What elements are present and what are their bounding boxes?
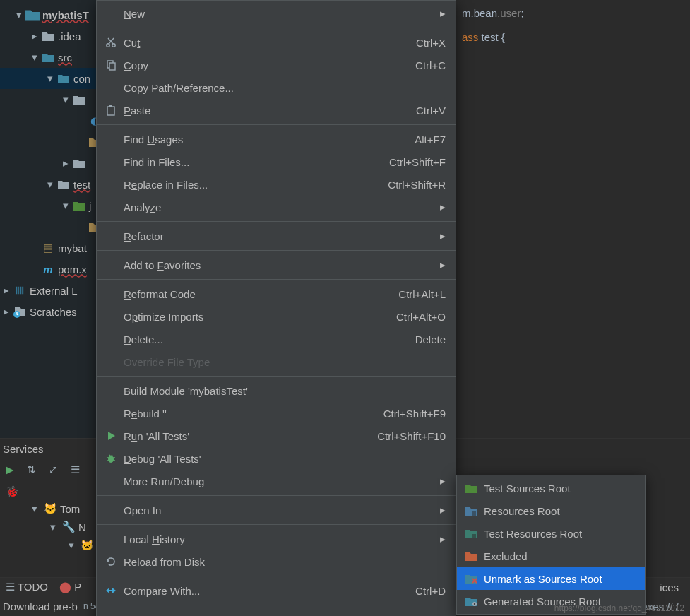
blank-icon bbox=[102, 287, 119, 301]
menu-item-copy[interactable]: CopyCtrl+C bbox=[97, 54, 456, 76]
menu-item-cut[interactable]: CutCtrl+X bbox=[97, 31, 456, 54]
chevron-right-icon: ▸ bbox=[440, 201, 446, 213]
folder-icon bbox=[72, 93, 86, 107]
submenu-item-resources-root[interactable]: Resources Root bbox=[457, 499, 645, 522]
menu-item-reformat-code[interactable]: Reformat CodeCtrl+Alt+L bbox=[97, 283, 456, 305]
blank-icon bbox=[102, 384, 119, 398]
blank-icon bbox=[102, 81, 119, 95]
code-editor[interactable]: m.bean.user; ass test { bbox=[459, 0, 690, 438]
menu-item-local-history[interactable]: Local History▸ bbox=[97, 528, 456, 550]
folder-icon bbox=[41, 50, 55, 64]
expand-icon[interactable]: ⤢ bbox=[49, 463, 58, 476]
code: m bbox=[462, 7, 471, 19]
menu-label: Open Module Settings bbox=[124, 614, 412, 617]
blank-icon bbox=[102, 132, 119, 146]
todo-tab[interactable]: ☰ TODO bbox=[6, 581, 48, 593]
menu-item-open-module-settings[interactable]: Open Module SettingsF4 bbox=[97, 608, 456, 616]
label: Tom bbox=[60, 503, 80, 515]
menu-label: Reformat Code bbox=[124, 288, 377, 300]
menu-item-find-in-files[interactable]: Find in Files...Ctrl+Shift+F bbox=[97, 150, 456, 173]
debug-icon[interactable]: 🐞 bbox=[6, 485, 19, 498]
more-icon[interactable]: ☰ bbox=[71, 463, 80, 476]
chevron-down-icon[interactable]: ▾ bbox=[44, 72, 56, 85]
menu-item-find-usages[interactable]: Find UsagesAlt+F7 bbox=[97, 128, 456, 150]
blank-icon bbox=[102, 177, 119, 191]
shortcut: Ctrl+D bbox=[415, 585, 446, 597]
chevron-down-icon[interactable]: ▾ bbox=[59, 93, 72, 106]
folder-gear-icon bbox=[463, 594, 480, 608]
menu-label: Build Module 'mybatisTest' bbox=[124, 385, 446, 397]
chevron-down-icon[interactable]: ▾ bbox=[65, 539, 78, 552]
tree-label: con bbox=[73, 73, 90, 85]
menu-label: Debug 'All Tests' bbox=[124, 453, 446, 465]
menu-item-open-in[interactable]: Open In▸ bbox=[97, 499, 456, 521]
svg-point-2 bbox=[112, 44, 115, 47]
status-right: ices bbox=[660, 581, 679, 593]
menu-item-paste[interactable]: PasteCtrl+V bbox=[97, 99, 456, 122]
menu-label: Replace in Files... bbox=[124, 179, 367, 191]
svg-rect-5 bbox=[107, 107, 114, 115]
label: N bbox=[78, 521, 86, 533]
tree-label: mybatisT bbox=[42, 9, 89, 21]
label: P bbox=[74, 581, 81, 593]
run-icon[interactable]: ▶ bbox=[6, 463, 14, 476]
svg-point-1 bbox=[107, 44, 109, 47]
menu-item-compare-with[interactable]: Compare With...Ctrl+D bbox=[97, 579, 456, 602]
chevron-down-icon[interactable]: ▾ bbox=[13, 8, 25, 21]
folder-teal-icon bbox=[463, 526, 480, 540]
chevron-down-icon[interactable]: ▾ bbox=[59, 199, 72, 212]
svg-rect-6 bbox=[109, 105, 112, 107]
folder-icon bbox=[41, 29, 55, 43]
chevron-down-icon[interactable]: ▾ bbox=[28, 502, 41, 515]
chevron-down-icon[interactable]: ▾ bbox=[47, 521, 59, 533]
label: TODO bbox=[18, 581, 48, 593]
label: ices bbox=[660, 581, 679, 593]
menu-item-build-module-mybatistest[interactable]: Build Module 'mybatisTest' bbox=[97, 379, 456, 402]
menu-item-analyze[interactable]: Analyze▸ bbox=[97, 196, 456, 218]
submenu-item-test-sources-root[interactable]: Test Sources Root bbox=[457, 477, 645, 499]
submenu-item-test-resources-root[interactable]: Test Resources Root bbox=[457, 522, 645, 545]
menu-item-run-all-tests[interactable]: Run 'All Tests'Ctrl+Shift+F10 bbox=[97, 425, 456, 447]
menu-item-add-to-favorites[interactable]: Add to Favorites▸ bbox=[97, 254, 456, 276]
shortcut: Ctrl+Shift+F9 bbox=[383, 408, 446, 420]
chevron-down-icon[interactable]: ▾ bbox=[28, 51, 41, 64]
menu-item-refactor[interactable]: Refactor▸ bbox=[97, 225, 456, 247]
chevron-down-icon[interactable]: ▾ bbox=[44, 178, 56, 191]
folder-cross-icon bbox=[463, 571, 480, 586]
blank-icon bbox=[102, 200, 119, 214]
svg-point-11 bbox=[474, 603, 475, 605]
chevron-right-icon[interactable]: ▸ bbox=[28, 30, 41, 42]
folder-icon bbox=[56, 71, 71, 85]
menu-label: Rebuild '' bbox=[124, 408, 362, 420]
blank-icon bbox=[102, 332, 119, 346]
chevron-right-icon[interactable]: ▸ bbox=[59, 157, 72, 170]
menu-item-reload-from-disk[interactable]: Reload from Disk bbox=[97, 550, 456, 573]
menu-item-debug-all-tests[interactable]: Debug 'All Tests' bbox=[97, 447, 456, 470]
menu-item-copy-path-reference[interactable]: Copy Path/Reference... bbox=[97, 76, 456, 99]
menu-label: Find in Files... bbox=[124, 156, 368, 168]
shortcut: Alt+F7 bbox=[415, 134, 446, 146]
submenu-item-unmark-as-sources-root[interactable]: Unmark as Sources Root bbox=[457, 567, 645, 590]
chevron-right-icon[interactable]: ▸ bbox=[0, 305, 13, 318]
maven-icon: m bbox=[41, 262, 55, 276]
menu-item-replace-in-files[interactable]: Replace in Files...Ctrl+Shift+R bbox=[97, 173, 456, 196]
scratch-icon bbox=[13, 304, 27, 319]
menu-label: Optimize Imports bbox=[124, 311, 375, 323]
submenu-mark-directory: Test Sources RootResources RootTest Reso… bbox=[456, 475, 646, 615]
folder-icon bbox=[72, 156, 86, 170]
submenu-item-excluded[interactable]: Excluded bbox=[457, 545, 645, 567]
shortcut: Ctrl+V bbox=[416, 105, 446, 117]
menu-label: Copy Path/Reference... bbox=[124, 82, 446, 94]
tree-label: .idea bbox=[58, 30, 81, 42]
shortcut: Ctrl+Shift+R bbox=[388, 179, 446, 191]
menu-item-delete[interactable]: Delete...Delete bbox=[97, 328, 456, 350]
menu-item-more-run-debug[interactable]: More Run/Debug▸ bbox=[97, 470, 456, 492]
menu-item-rebuild-default[interactable]: Rebuild ''Ctrl+Shift+F9 bbox=[97, 402, 456, 425]
tomcat-icon: 🐱 bbox=[81, 539, 94, 552]
problems-tab[interactable]: ⬤ P bbox=[59, 581, 81, 593]
menu-item-new[interactable]: New▸ bbox=[97, 2, 456, 25]
reload-icon bbox=[102, 555, 119, 569]
filter-icon[interactable]: ⇅ bbox=[27, 463, 36, 476]
chevron-right-icon[interactable]: ▸ bbox=[0, 284, 13, 297]
menu-item-optimize-imports[interactable]: Optimize ImportsCtrl+Alt+O bbox=[97, 305, 456, 328]
